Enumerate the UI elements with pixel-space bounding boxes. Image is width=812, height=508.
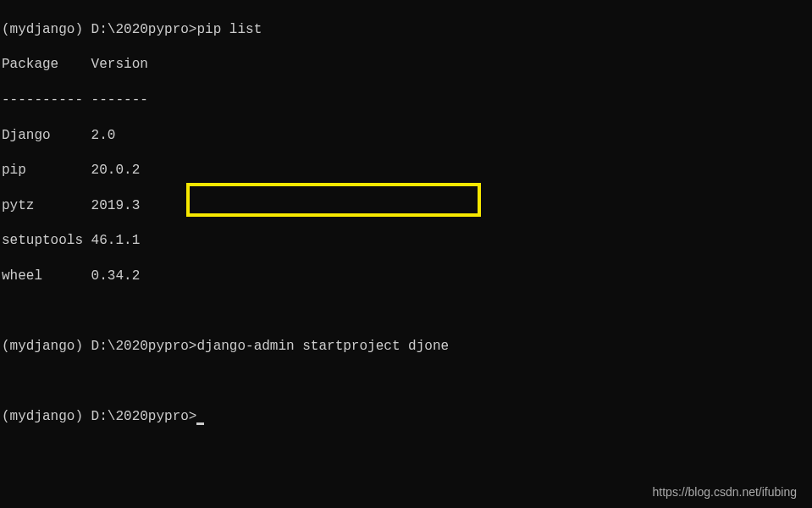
terminal-output[interactable]: (mydjango) D:\2020pypro>pip list Package… (0, 0, 812, 447)
package-version: 20.0.2 (83, 163, 140, 178)
package-name: Django (2, 128, 83, 143)
divider: ------- (83, 92, 148, 108)
package-version: 2019.3 (83, 198, 140, 213)
cursor-icon (196, 422, 204, 425)
prompt: (mydjango) D:\2020pypro> (2, 409, 196, 424)
table-header-package: Package (2, 57, 83, 72)
package-version: 46.1.1 (83, 233, 140, 248)
table-row: setuptools 46.1.1 (2, 232, 810, 250)
package-name: pytz (2, 198, 83, 213)
package-name: setuptools (2, 233, 83, 248)
package-name: pip (2, 163, 83, 178)
table-row: wheel 0.34.2 (2, 268, 810, 285)
command-text: django-admin startproject djone (196, 339, 449, 354)
package-version: 2.0 (83, 128, 115, 143)
watermark-text: https://blog.csdn.net/ifubing (653, 484, 797, 500)
table-row: Django 2.0 (2, 127, 810, 145)
command-text: pip list (196, 22, 262, 37)
table-row: pytz 2019.3 (2, 197, 810, 215)
package-name: wheel (2, 268, 83, 284)
divider: ---------- (2, 92, 83, 108)
table-row: pip 20.0.2 (2, 162, 810, 179)
table-header-version: Version (83, 57, 148, 72)
prompt: (mydjango) D:\2020pypro> (2, 339, 196, 354)
prompt: (mydjango) D:\2020pypro> (2, 22, 196, 37)
package-version: 0.34.2 (83, 268, 140, 284)
